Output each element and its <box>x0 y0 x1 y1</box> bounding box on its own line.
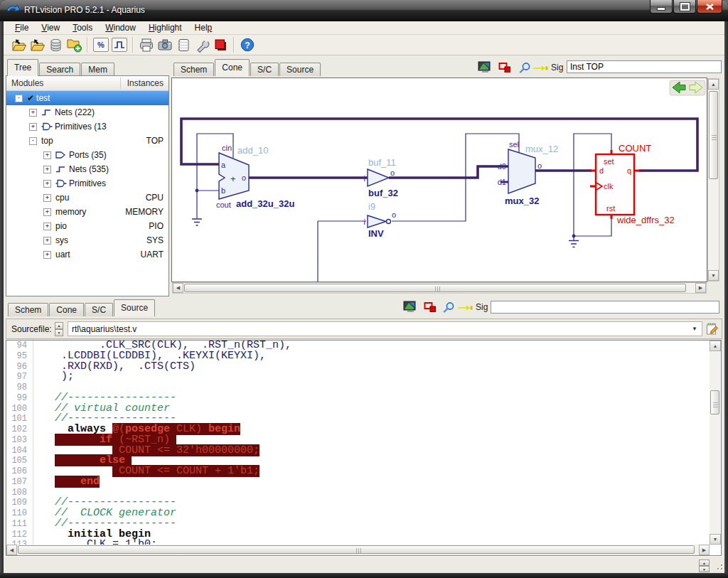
port-label: b <box>221 186 225 195</box>
percent-button[interactable]: % <box>92 36 110 54</box>
schem-tab-s-c[interactable]: S/C <box>250 63 279 76</box>
inst-search-input[interactable] <box>567 60 722 73</box>
inverter-symbol[interactable] <box>368 215 386 228</box>
tree-row-memory[interactable]: +memoryMEMORY <box>6 205 168 219</box>
minimize-button[interactable] <box>650 0 673 14</box>
highlight-rect-icon[interactable] <box>498 62 512 73</box>
edit-source-button[interactable] <box>704 321 719 337</box>
expander-minus-icon[interactable]: - <box>29 137 37 145</box>
scroll-right-icon[interactable]: ▶ <box>695 283 706 293</box>
tree-row-pio[interactable]: +pioPIO <box>6 219 168 233</box>
source-code-view[interactable]: 9495969798991001011021031041051061071081… <box>6 340 722 556</box>
line-number-gutter: 9495969798991001011021031041051061071081… <box>6 341 33 545</box>
scroll-right-icon[interactable]: ▶ <box>699 545 710 555</box>
column-separator[interactable] <box>120 77 121 89</box>
title-bar[interactable]: RTLvision PRO 5.2.1 - Aquarius <box>0 0 728 22</box>
sourcefile-combo[interactable]: rtl\aquarius\test.v ▼ <box>68 321 702 336</box>
tree-row-nets-535[interactable]: +Nets (535) <box>6 162 168 176</box>
schem-tab-source[interactable]: Source <box>279 63 321 76</box>
snapshot-button[interactable] <box>156 36 174 54</box>
zoom-icon[interactable] <box>443 301 455 313</box>
menu-view[interactable]: View <box>36 22 65 33</box>
close-button[interactable] <box>697 0 722 14</box>
expander-plus-icon[interactable]: + <box>29 109 37 117</box>
column-modules[interactable]: Modules <box>11 78 43 88</box>
left-tab-tree[interactable]: Tree <box>7 59 38 76</box>
src-tab-cone[interactable]: Cone <box>49 303 84 316</box>
expander-plus-icon[interactable]: + <box>43 180 51 188</box>
waveform-button[interactable] <box>110 36 129 54</box>
resize-grip[interactable] <box>714 561 722 569</box>
schematic-canvas[interactable]: cin a b + o cout add_10 add_32u_32u i o … <box>171 77 707 282</box>
source-vscrollbar[interactable]: ▲ ▼ <box>710 341 721 545</box>
menu-tools[interactable]: Tools <box>67 22 98 33</box>
screenshot-icon[interactable] <box>403 301 418 313</box>
spin-up-icon[interactable]: ▲ <box>699 560 710 566</box>
open-file-button[interactable] <box>28 36 46 54</box>
spin-up-icon[interactable]: ▲ <box>55 322 63 329</box>
tree-row-uart[interactable]: +uartUART <box>6 247 168 262</box>
scroll-down-icon[interactable]: ▼ <box>708 270 719 281</box>
schematic-hscrollbar[interactable]: ◀ ▶ <box>172 282 707 294</box>
tree-row-test[interactable]: -✔test <box>6 91 168 105</box>
vscroll-thumb[interactable] <box>709 91 718 179</box>
menu-highlight[interactable]: Highlight <box>143 22 188 33</box>
menu-help[interactable]: Help <box>189 22 218 33</box>
expander-plus-icon[interactable]: + <box>43 166 51 173</box>
database-button[interactable] <box>46 36 65 54</box>
expander-plus-icon[interactable]: + <box>29 123 37 131</box>
expander-plus-icon[interactable]: + <box>43 251 51 259</box>
print-button[interactable] <box>137 36 156 54</box>
expander-minus-icon[interactable]: - <box>15 95 23 102</box>
tree-row-top[interactable]: -topTOP <box>6 134 168 148</box>
expander-plus-icon[interactable]: + <box>43 223 51 230</box>
expander-plus-icon[interactable]: + <box>43 237 51 245</box>
hscroll-thumb[interactable] <box>184 284 686 292</box>
src-tab-source[interactable]: Source <box>114 299 155 316</box>
scroll-left-icon[interactable]: ◀ <box>173 283 183 293</box>
expander-plus-icon[interactable]: + <box>43 208 51 216</box>
scroll-left-icon[interactable]: ◀ <box>6 545 17 555</box>
src-tab-s-c[interactable]: S/C <box>85 303 113 316</box>
tree-row-cpu[interactable]: +cpuCPU <box>6 191 168 205</box>
schem-tab-schem[interactable]: Schem <box>173 63 214 76</box>
expander-plus-icon[interactable]: + <box>43 194 51 202</box>
menu-window[interactable]: Window <box>100 22 141 33</box>
schematic-vscrollbar[interactable]: ▲ ▼ <box>707 78 719 282</box>
screenshot-icon[interactable] <box>478 61 493 73</box>
tree-row-ports-35[interactable]: +Ports (35) <box>6 148 168 162</box>
scroll-up-icon[interactable]: ▲ <box>710 341 721 351</box>
menu-file[interactable]: File <box>9 22 34 33</box>
left-tab-mem[interactable]: Mem <box>81 63 114 76</box>
highlight-rect-icon[interactable] <box>424 301 437 313</box>
buffer-symbol[interactable] <box>368 169 389 186</box>
mux-symbol[interactable] <box>508 149 535 193</box>
tree-row-primitives[interactable]: +Primitives <box>6 176 168 191</box>
options-button[interactable] <box>193 36 211 54</box>
sig-search-input[interactable] <box>491 301 719 314</box>
report-button[interactable] <box>174 36 193 54</box>
tree-header[interactable]: Modules Instances <box>6 76 168 91</box>
spin-down-icon[interactable]: ▼ <box>699 566 710 572</box>
column-instances[interactable]: Instances <box>127 78 164 88</box>
spin-down-icon[interactable]: ▼ <box>55 329 63 336</box>
help-button[interactable]: ? <box>238 36 257 54</box>
stop-button[interactable] <box>211 36 230 54</box>
combo-dropdown-icon[interactable]: ▼ <box>692 326 697 332</box>
zoom-icon[interactable] <box>519 62 531 73</box>
src-tab-schem[interactable]: Schem <box>8 303 48 316</box>
maximize-button[interactable] <box>673 0 696 14</box>
left-tab-search[interactable]: Search <box>39 63 80 76</box>
vscroll-thumb[interactable] <box>710 390 719 414</box>
schem-tab-cone[interactable]: Cone <box>215 59 250 76</box>
add-source-button[interactable] <box>65 36 83 54</box>
tree-row-sys[interactable]: +sysSYS <box>6 233 168 247</box>
source-hscrollbar[interactable]: ◀ ▶ <box>6 545 710 555</box>
hscroll-thumb[interactable] <box>18 545 695 554</box>
tree-row-nets-222[interactable]: +Nets (222) <box>6 105 168 119</box>
scroll-up-icon[interactable]: ▲ <box>708 79 719 90</box>
open-design-button[interactable] <box>9 36 28 54</box>
tree-row-primitives-13[interactable]: +Primitives (13 <box>6 119 168 134</box>
expander-plus-icon[interactable]: + <box>43 151 51 159</box>
scroll-down-icon[interactable]: ▼ <box>710 534 721 545</box>
